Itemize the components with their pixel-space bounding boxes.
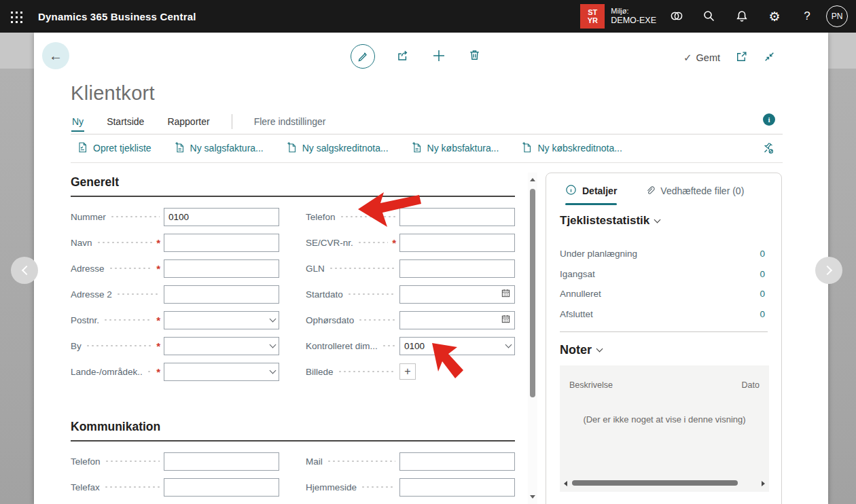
tab-startside[interactable]: Startside [105, 113, 145, 130]
copilot-button[interactable] [660, 0, 693, 33]
scroll-down-arrow[interactable] [530, 495, 535, 499]
user-avatar[interactable]: PN [826, 5, 848, 27]
vertical-scrollbar-thumb[interactable] [530, 189, 535, 397]
field-se-cvr-nr: SE/CVR-nr. * [306, 230, 515, 255]
new-purchase-invoice-action[interactable]: Ny købsfaktura... [411, 141, 499, 156]
stat-value[interactable]: 0 [760, 249, 765, 259]
field-komm-telefon: Telefon [71, 448, 279, 474]
field-label: Hjemmeside [306, 482, 357, 492]
back-button[interactable]: ← [42, 42, 69, 69]
kontrolleret-dim-dropdown-button[interactable] [506, 338, 511, 355]
new-record-button[interactable] [431, 48, 447, 66]
nummer-input[interactable] [168, 212, 274, 222]
settings-button[interactable]: ⚙ [758, 0, 791, 33]
new-sales-invoice-action[interactable]: Ny salgsfaktura... [174, 141, 264, 156]
search-button[interactable] [693, 0, 726, 33]
environment-info[interactable]: Miljø: DEMO-EXE [611, 7, 656, 26]
notes-header[interactable]: Noter [560, 343, 602, 357]
field-label: Billede [306, 367, 334, 377]
vertical-scrollbar[interactable] [528, 173, 537, 504]
field-ophorsdato: Ophørsdato [306, 307, 515, 333]
lande-omraadekode-dropdown-button[interactable] [270, 363, 275, 380]
kontrolleret-dim-input[interactable] [404, 341, 498, 351]
lande-omraadekode-input[interactable] [168, 367, 262, 377]
mail-input[interactable] [404, 456, 510, 467]
postnr-dropdown-button[interactable] [270, 312, 275, 329]
ophorsdato-datepicker-button[interactable] [501, 312, 511, 329]
new-purchase-credit-memo-action[interactable]: Ny købskreditnota... [521, 141, 622, 156]
environment-badge[interactable]: ST YR [580, 4, 605, 29]
checklist-statistics-list: Under planlægning 0 Igangsat 0 Annullere… [560, 244, 765, 324]
stat-value[interactable]: 0 [760, 269, 765, 279]
kommunikation-field-grid: Telefon Mail Telefax Hjemmeside [71, 448, 515, 500]
field-telefon: Telefon [306, 204, 515, 230]
tab-detaljer[interactable]: Detaljer [565, 184, 617, 198]
field-label: Startdato [306, 289, 343, 300]
by-input[interactable] [168, 341, 262, 351]
collapse-page-button[interactable] [763, 50, 776, 65]
trash-icon [467, 48, 482, 65]
add-picture-button[interactable]: + [399, 363, 416, 380]
horizontal-scrollbar-thumb[interactable] [572, 480, 738, 486]
create-checklist-action[interactable]: Opret tjekliste [77, 141, 151, 156]
edit-button[interactable] [351, 44, 375, 69]
notes-empty-message: (Der er ikke noget at vise i denne visni… [560, 414, 769, 425]
new-sales-credit-memo-action[interactable]: Ny salgskreditnota... [286, 141, 389, 156]
check-icon: ✓ [683, 52, 692, 64]
field-label: SE/CVR-nr. [306, 238, 353, 248]
app-launcher-button[interactable] [0, 0, 31, 33]
startdato-datepicker-button[interactable] [501, 286, 511, 303]
more-options-button[interactable]: Flere indstillinger [253, 113, 327, 130]
postnr-input[interactable] [168, 315, 262, 325]
tab-rapporter[interactable]: Rapporter [166, 113, 211, 130]
page-info-button[interactable]: i [763, 113, 775, 126]
stat-label: Afsluttet [560, 309, 593, 319]
field-label: Postnr. [71, 315, 99, 325]
next-record-button[interactable] [815, 257, 842, 284]
scroll-right-arrow[interactable] [762, 481, 765, 486]
previous-record-button[interactable] [11, 257, 38, 284]
field-adresse-2: Adresse 2 [71, 281, 279, 307]
gln-input[interactable] [404, 264, 510, 274]
telefon-input[interactable] [404, 212, 510, 222]
checklist-statistics-header[interactable]: Tjeklistestatistik [560, 214, 660, 228]
waffle-icon [10, 10, 22, 23]
se-cvr-input[interactable] [404, 238, 510, 248]
factbox-divider [560, 331, 768, 332]
navn-input[interactable] [168, 238, 274, 248]
share-button[interactable] [395, 48, 410, 65]
field-kontrolleret-dim: Kontrolleret dim... [306, 333, 515, 359]
startdato-input[interactable] [404, 289, 498, 300]
field-postnr: Postnr. * [71, 307, 279, 333]
field-startdato: Startdato [306, 281, 515, 307]
notes-horizontal-scrollbar[interactable] [563, 480, 766, 488]
field-hjemmeside: Hjemmeside [306, 474, 515, 500]
action-bar: Opret tjekliste Ny salgsfaktura... Ny sa… [77, 139, 622, 158]
field-label: Adresse [71, 264, 105, 274]
action-label: Opret tjekliste [93, 143, 151, 154]
tab-ny[interactable]: Ny [71, 113, 85, 130]
dotted-leader [104, 482, 160, 492]
topbar-right-cluster: ST YR Miljø: DEMO-EXE [580, 0, 856, 33]
tab-vedhaeftede-filer[interactable]: Vedhæftede filer (0) [644, 185, 744, 198]
scroll-up-arrow[interactable] [530, 178, 535, 181]
delete-button[interactable] [467, 48, 482, 65]
stat-value[interactable]: 0 [760, 289, 765, 299]
action-label: Ny købskreditnota... [537, 143, 622, 154]
by-dropdown-button[interactable] [270, 338, 275, 355]
hjemmeside-input[interactable] [404, 482, 510, 492]
telefax-input[interactable] [168, 482, 274, 492]
ophorsdato-input[interactable] [404, 315, 498, 325]
adresse-2-input[interactable] [168, 289, 274, 300]
adresse-input[interactable] [168, 264, 274, 274]
stat-value[interactable]: 0 [760, 309, 765, 319]
help-button[interactable]: ? [791, 0, 823, 33]
dotted-leader [103, 315, 152, 325]
notifications-button[interactable] [726, 0, 758, 33]
chevron-right-icon [822, 266, 832, 275]
unpin-actionbar-button[interactable] [762, 141, 775, 157]
open-in-new-window-button[interactable] [735, 50, 748, 65]
checklist-doc-icon [77, 141, 88, 156]
scroll-left-arrow[interactable] [564, 481, 567, 486]
komm-telefon-input[interactable] [168, 456, 274, 467]
